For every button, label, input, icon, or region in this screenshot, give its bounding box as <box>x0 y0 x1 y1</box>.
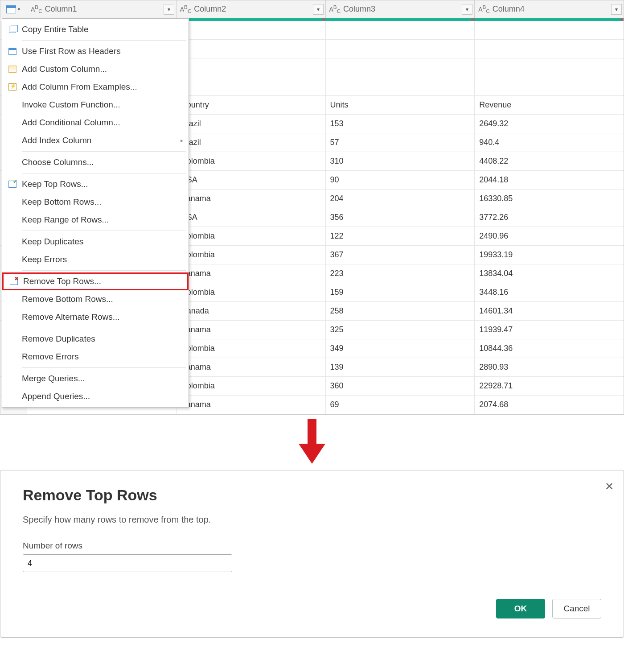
menu-item[interactable]: Remove Alternate Rows... <box>2 308 189 326</box>
data-cell[interactable]: Country <box>177 96 325 115</box>
data-cell[interactable]: USA <box>177 171 325 190</box>
data-cell[interactable]: Panama <box>177 321 325 339</box>
filter-dropdown-icon[interactable]: ▾ <box>313 4 324 15</box>
data-cell[interactable] <box>326 77 475 96</box>
data-cell[interactable]: 159 <box>326 283 475 302</box>
menu-item[interactable]: Remove Top Rows... <box>2 272 189 290</box>
data-cell[interactable]: Panama <box>177 264 325 283</box>
data-cell[interactable]: 57 <box>326 133 475 152</box>
data-cell[interactable]: 2044.18 <box>475 171 624 190</box>
data-cell[interactable]: 13834.04 <box>475 264 624 283</box>
data-cell[interactable]: 69 <box>326 396 475 414</box>
data-cell[interactable] <box>177 58 325 77</box>
menu-item-label: Remove Duplicates <box>22 334 95 344</box>
data-cell[interactable]: Colombia <box>177 152 325 171</box>
data-cell[interactable]: 2890.93 <box>475 358 624 377</box>
data-cell[interactable]: 325 <box>326 321 475 339</box>
menu-item[interactable]: Keep Range of Rows... <box>2 211 189 229</box>
data-cell[interactable]: 2649.32 <box>475 115 624 133</box>
data-cell[interactable]: 90 <box>326 171 475 190</box>
menu-item[interactable]: Copy Entire Table <box>2 21 189 38</box>
close-icon[interactable]: ✕ <box>605 480 614 493</box>
rows-field-label: Number of rows <box>23 541 601 551</box>
data-cell[interactable]: Colombia <box>177 227 325 246</box>
menu-item[interactable]: Keep Duplicates <box>2 233 189 251</box>
data-cell[interactable]: 3448.16 <box>475 283 624 302</box>
menu-item[interactable]: Keep Top Rows... <box>2 175 189 193</box>
column-header-4[interactable]: ABC Column4 ▾ <box>475 0 624 18</box>
cancel-button[interactable]: Cancel <box>552 599 601 618</box>
menu-item[interactable]: Add Custom Column... <box>2 60 189 78</box>
data-cell[interactable]: 16330.85 <box>475 190 624 208</box>
menu-item[interactable]: Invoke Custom Function... <box>2 96 189 114</box>
data-cell[interactable]: 10844.36 <box>475 339 624 358</box>
data-cell[interactable] <box>326 40 475 58</box>
data-cell[interactable] <box>326 21 475 40</box>
ok-button[interactable]: OK <box>496 599 545 618</box>
data-cell[interactable]: 940.4 <box>475 133 624 152</box>
menu-item[interactable]: Keep Errors <box>2 251 189 268</box>
menu-item[interactable]: Add Index Column▸ <box>2 132 189 149</box>
data-cell[interactable] <box>177 77 325 96</box>
rows-input[interactable] <box>23 554 232 572</box>
menu-item[interactable]: Remove Errors <box>2 348 189 366</box>
data-cell[interactable]: 223 <box>326 264 475 283</box>
data-cell[interactable]: 310 <box>326 152 475 171</box>
data-cell[interactable]: 14601.34 <box>475 302 624 321</box>
menu-item[interactable]: Remove Bottom Rows... <box>2 290 189 308</box>
menu-item[interactable]: Remove Duplicates <box>2 330 189 348</box>
data-cell[interactable]: 153 <box>326 115 475 133</box>
menu-item-label: Add Conditional Column... <box>22 118 120 128</box>
data-cell[interactable]: 258 <box>326 302 475 321</box>
data-cell[interactable]: Units <box>326 96 475 115</box>
column-header-2[interactable]: ABC Column2 ▾ <box>177 0 326 18</box>
filter-dropdown-icon[interactable]: ▾ <box>164 4 174 15</box>
menu-item[interactable]: Add Conditional Column... <box>2 114 189 132</box>
data-cell[interactable] <box>475 58 624 77</box>
data-cell[interactable]: Panama <box>177 396 325 414</box>
filter-dropdown-icon[interactable]: ▾ <box>462 4 472 15</box>
menu-item[interactable]: Merge Queries... <box>2 370 189 388</box>
menu-item[interactable]: Add Column From Examples... <box>2 78 189 96</box>
menu-item[interactable]: Choose Columns... <box>2 153 189 171</box>
column-header-3[interactable]: ABC Column3 ▾ <box>326 0 475 18</box>
data-cell[interactable]: 19933.19 <box>475 246 624 264</box>
data-cell[interactable]: Canada <box>177 302 325 321</box>
data-cell[interactable] <box>177 40 325 58</box>
data-cell[interactable]: 139 <box>326 358 475 377</box>
filter-dropdown-icon[interactable]: ▾ <box>611 4 622 15</box>
data-cell[interactable]: Colombia <box>177 283 325 302</box>
table-corner-button[interactable]: ▼ <box>0 0 27 18</box>
data-cell[interactable]: Panama <box>177 190 325 208</box>
data-cell[interactable]: 2490.96 <box>475 227 624 246</box>
data-cell[interactable]: 3772.26 <box>475 208 624 227</box>
data-cell[interactable]: 4408.22 <box>475 152 624 171</box>
data-cell[interactable] <box>475 21 624 40</box>
data-cell[interactable]: 367 <box>326 246 475 264</box>
menu-item[interactable]: Keep Bottom Rows... <box>2 193 189 211</box>
data-cell[interactable]: 11939.47 <box>475 321 624 339</box>
data-cell[interactable] <box>177 21 325 40</box>
data-cell[interactable]: 2074.68 <box>475 396 624 414</box>
data-cell[interactable]: Colombia <box>177 339 325 358</box>
data-cell[interactable]: 22928.71 <box>475 377 624 396</box>
data-cell[interactable]: 360 <box>326 377 475 396</box>
data-cell[interactable]: Panama <box>177 358 325 377</box>
data-cell[interactable]: Colombia <box>177 246 325 264</box>
column-header-1[interactable]: ABC Column1 ▾ <box>27 0 177 18</box>
menu-item[interactable]: Use First Row as Headers <box>2 42 189 60</box>
data-cell[interactable]: 356 <box>326 208 475 227</box>
data-cell[interactable]: 122 <box>326 227 475 246</box>
data-cell[interactable]: Revenue <box>475 96 624 115</box>
data-cell[interactable]: 204 <box>326 190 475 208</box>
data-cell[interactable] <box>326 58 475 77</box>
data-cell[interactable]: Brazil <box>177 115 325 133</box>
submenu-arrow-icon: ▸ <box>181 137 183 144</box>
data-cell[interactable] <box>475 40 624 58</box>
data-cell[interactable]: Brazil <box>177 133 325 152</box>
data-cell[interactable]: Colombia <box>177 377 325 396</box>
data-cell[interactable]: USA <box>177 208 325 227</box>
data-cell[interactable] <box>475 77 624 96</box>
data-cell[interactable]: 349 <box>326 339 475 358</box>
menu-item[interactable]: Append Queries... <box>2 388 189 405</box>
